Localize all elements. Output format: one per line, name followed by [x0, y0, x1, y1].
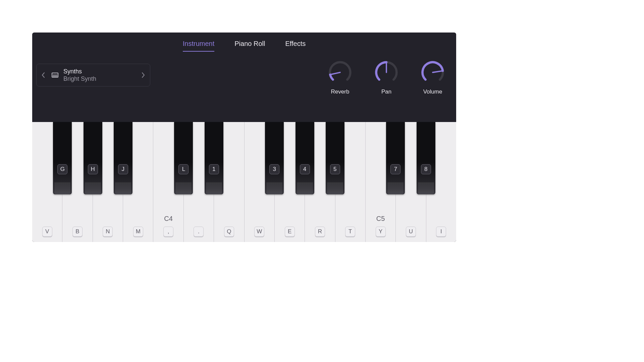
black-key-lip	[266, 182, 282, 194]
keycap: E	[285, 227, 295, 237]
prev-instrument-button[interactable]	[40, 72, 47, 78]
black-key[interactable]: G	[53, 122, 72, 194]
keycap: N	[103, 227, 113, 237]
black-key[interactable]: 3	[265, 122, 284, 194]
keycap: W	[254, 227, 264, 237]
black-key-lip	[387, 182, 404, 194]
keycap: 3	[269, 164, 279, 174]
knobs: Reverb Pan Volume	[327, 60, 445, 95]
keycap: B	[72, 227, 83, 237]
keycap: R	[315, 227, 325, 237]
keycap: ,	[163, 227, 173, 237]
instrument-selector[interactable]: Synths Bright Synth	[36, 64, 150, 86]
reverb-knob[interactable]: Reverb	[327, 60, 353, 95]
keycap: 5	[330, 164, 340, 174]
black-key[interactable]: J	[114, 122, 132, 194]
keycap: Q	[224, 227, 234, 237]
black-key[interactable]: 7	[386, 122, 405, 194]
keycap: H	[88, 164, 98, 174]
keyboard: VBNMC4,.QWERTC5YUI GHJL134578	[32, 122, 456, 242]
chevron-left-icon	[42, 72, 45, 78]
tab-effects[interactable]: Effects	[285, 40, 306, 52]
tab-piano-roll[interactable]: Piano Roll	[234, 40, 265, 52]
black-key-lip	[418, 182, 434, 194]
synth-app: Instrument Piano Roll Effects Synths Bri…	[32, 33, 456, 242]
keycap: J	[118, 164, 128, 174]
knob-label: Reverb	[331, 88, 350, 95]
next-instrument-button[interactable]	[140, 72, 147, 78]
keycap: Y	[376, 227, 386, 237]
black-key-lip	[54, 182, 70, 194]
black-key-lip	[327, 182, 343, 194]
instrument-name: Bright Synth	[63, 75, 135, 83]
chevron-right-icon	[142, 72, 145, 78]
keycap: T	[345, 227, 355, 237]
keycap: .	[194, 227, 204, 237]
synth-icon	[51, 71, 59, 79]
tab-instrument[interactable]: Instrument	[183, 40, 214, 52]
volume-knob[interactable]: Volume	[420, 60, 445, 95]
black-key[interactable]: 1	[205, 122, 223, 194]
instrument-category: Synths	[63, 68, 135, 75]
black-key-lip	[85, 182, 101, 194]
keycap: G	[57, 164, 67, 174]
note-label: C4	[164, 215, 173, 223]
keycap: 8	[421, 164, 431, 174]
black-key[interactable]: L	[174, 122, 193, 194]
black-key-lip	[115, 182, 131, 194]
keycap: U	[406, 227, 416, 237]
controls-row: Synths Bright Synth Reverb Pan Volume	[32, 52, 456, 122]
black-key-lip	[206, 182, 222, 194]
keycap: M	[133, 227, 143, 237]
svg-line-5	[331, 72, 340, 74]
knob-dial	[374, 60, 399, 85]
pan-knob[interactable]: Pan	[374, 60, 399, 95]
black-key-lip	[297, 182, 313, 194]
black-key[interactable]: 8	[417, 122, 435, 194]
note-label: C5	[376, 215, 385, 223]
svg-rect-0	[52, 73, 58, 77]
keycap: 7	[390, 164, 400, 174]
svg-line-7	[433, 71, 442, 72]
knob-dial	[420, 60, 445, 85]
knob-label: Pan	[381, 88, 391, 95]
black-key-lip	[175, 182, 192, 194]
black-key[interactable]: 5	[326, 122, 344, 194]
mode-tabs: Instrument Piano Roll Effects	[32, 33, 456, 52]
knob-dial	[327, 60, 353, 85]
instrument-text: Synths Bright Synth	[63, 68, 135, 83]
keycap: 4	[300, 164, 310, 174]
keycap: I	[436, 227, 446, 237]
knob-label: Volume	[423, 88, 442, 95]
keycap: V	[42, 227, 52, 237]
keycap: 1	[209, 164, 219, 174]
keycap: L	[178, 164, 189, 174]
black-key[interactable]: 4	[296, 122, 314, 194]
black-key[interactable]: H	[84, 122, 102, 194]
